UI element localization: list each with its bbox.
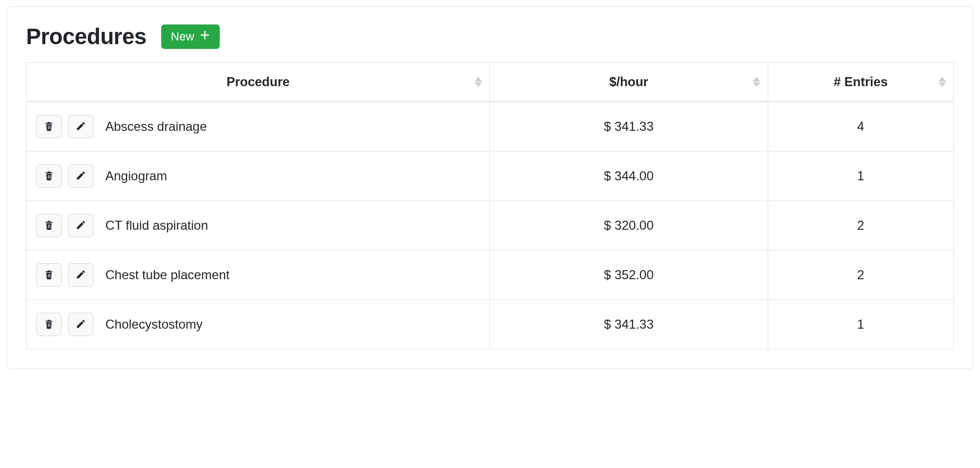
edit-icon [76,170,86,182]
column-header-entries-label: # Entries [834,74,887,89]
sort-icon [939,77,946,87]
cell-entries: 2 [768,201,953,250]
column-header-rate[interactable]: $/hour [490,63,768,102]
entries-value: 2 [857,268,864,282]
procedures-table: Procedure $/hour # Entries [26,62,954,349]
delete-button[interactable] [36,313,62,336]
entries-value: 2 [857,218,864,232]
trash-icon [44,121,54,133]
entries-value: 1 [857,317,864,331]
procedure-name: Cholecystostomy [105,317,203,331]
plus-icon [200,30,210,44]
delete-button[interactable] [36,115,62,138]
trash-icon [44,170,54,182]
edit-icon [76,220,86,232]
cell-procedure: Abscess drainage [27,102,490,152]
table-row: Chest tube placement$ 352.002 [27,250,953,300]
sort-icon [475,77,482,87]
column-header-rate-label: $/hour [609,74,648,89]
rate-value: $ 341.33 [604,119,653,133]
new-procedure-button[interactable]: New [161,24,220,49]
svg-marker-6 [939,77,946,81]
cell-procedure: Cholecystostomy [27,300,490,349]
trash-icon [44,220,54,232]
edit-icon [76,269,86,281]
table-row: Angiogram$ 344.001 [27,152,953,201]
procedure-name: Angiogram [105,169,167,183]
procedure-name: CT fluid aspiration [105,218,208,232]
delete-button[interactable] [36,263,62,287]
page-title: Procedures [26,24,146,49]
cell-entries: 4 [768,102,953,152]
cell-procedure: CT fluid aspiration [27,201,490,250]
cell-rate: $ 344.00 [490,152,768,201]
cell-entries: 1 [768,152,953,201]
cell-rate: $ 341.33 [490,300,768,349]
entries-value: 4 [857,119,864,133]
edit-button[interactable] [68,263,94,287]
edit-icon [76,319,86,331]
delete-button[interactable] [36,214,62,237]
delete-button[interactable] [36,164,62,188]
new-button-label: New [171,30,194,44]
header-row: Procedures New [26,24,954,49]
edit-button[interactable] [68,313,94,336]
table-row: CT fluid aspiration$ 320.002 [27,201,953,250]
entries-value: 1 [857,169,864,183]
procedure-name: Chest tube placement [105,268,229,282]
column-header-procedure[interactable]: Procedure [27,63,490,102]
trash-icon [44,319,54,331]
cell-entries: 1 [768,300,953,349]
column-header-entries[interactable]: # Entries [768,63,953,102]
procedure-name: Abscess drainage [105,119,207,133]
cell-rate: $ 320.00 [490,201,768,250]
svg-marker-4 [753,77,760,81]
rate-value: $ 320.00 [604,218,653,232]
edit-button[interactable] [68,115,94,138]
cell-procedure: Angiogram [27,152,490,201]
edit-icon [76,121,86,133]
cell-rate: $ 352.00 [490,250,768,300]
edit-button[interactable] [68,164,94,188]
svg-marker-7 [939,82,946,87]
rate-value: $ 344.00 [604,169,653,183]
svg-marker-3 [475,82,482,87]
edit-button[interactable] [68,214,94,237]
cell-rate: $ 341.33 [490,102,768,152]
rate-value: $ 341.33 [604,317,653,331]
cell-entries: 2 [768,250,953,300]
cell-procedure: Chest tube placement [27,250,490,300]
table-row: Abscess drainage$ 341.334 [27,102,953,152]
svg-marker-2 [475,77,482,81]
table-row: Cholecystostomy$ 341.331 [27,300,953,349]
rate-value: $ 352.00 [604,268,653,282]
trash-icon [44,269,54,281]
column-header-procedure-label: Procedure [227,74,290,89]
procedures-card: Procedures New Procedure $/ [6,6,974,369]
svg-marker-5 [753,82,760,87]
sort-icon [753,77,760,87]
